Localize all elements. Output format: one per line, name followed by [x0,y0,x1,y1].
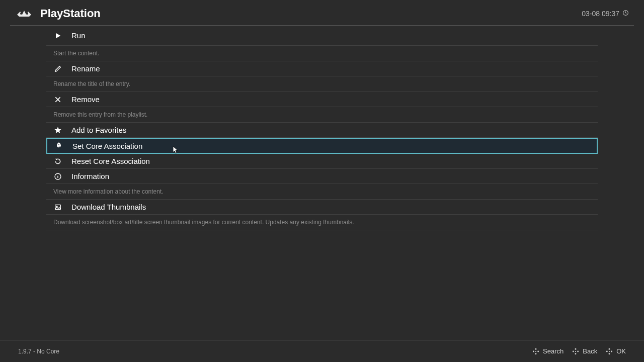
svg-point-8 [533,350,534,352]
menu-rename-desc: Rename the title of the entry. [46,76,598,92]
svg-point-17 [609,348,610,349]
datetime-text: 03-08 09:37 [582,10,619,18]
svg-point-10 [535,353,537,354]
menu-run-label: Run [71,31,86,40]
svg-point-3 [58,144,59,145]
menu-resetcore-label: Reset Core Association [71,157,150,165]
svg-point-19 [611,350,612,352]
image-icon [53,203,62,212]
footer-ok[interactable]: OK [605,347,626,355]
menu-download-thumbnails[interactable]: Download Thumbnails [46,200,598,215]
menu-remove[interactable]: Remove [46,92,598,107]
content-menu: Run Start the content. Rename Rename the… [0,26,644,230]
svg-point-18 [606,350,608,352]
page-title: PlayStation [40,7,101,20]
svg-point-15 [575,353,577,354]
menu-run-desc: Start the content. [46,46,598,61]
menu-run[interactable]: Run [46,26,598,46]
menu-info-label: Information [71,172,109,180]
footer-actions: Search Back OK [528,347,626,355]
menu-rename[interactable]: Rename [46,61,598,76]
svg-rect-5 [55,205,61,209]
menu-thumbs-desc: Download screenshot/box art/title screen… [46,215,598,230]
clock-icon [622,10,629,18]
svg-point-12 [575,348,577,349]
svg-point-1 [26,13,28,15]
menu-reset-core-association[interactable]: Reset Core Association [46,154,598,169]
retroarch-logo-icon [15,8,33,20]
undo-icon [53,157,62,166]
play-icon [53,31,62,40]
svg-point-14 [577,350,579,352]
menu-favorites-label: Add to Favorites [71,126,126,134]
footer-search-label: Search [543,347,564,355]
footer-back[interactable]: Back [572,347,597,355]
svg-point-13 [573,350,574,352]
dpad-icon [572,347,580,355]
footer-search[interactable]: Search [532,347,564,355]
menu-rename-label: Rename [71,64,100,73]
menu-setcore-label: Set Core Association [72,142,142,150]
svg-point-9 [537,350,539,352]
header-clock: 03-08 09:37 [582,10,629,18]
svg-point-0 [20,13,22,15]
svg-point-11 [535,350,536,351]
header: PlayStation 03-08 09:37 [0,0,644,25]
star-icon [53,126,62,135]
menu-information[interactable]: Information [46,169,598,184]
footer: 1.9.7 - No Core Search Back OK [0,340,644,362]
svg-point-21 [609,350,610,351]
footer-ok-label: OK [616,347,626,355]
dpad-icon [532,347,540,355]
pencil-icon [53,64,62,73]
menu-remove-desc: Remove this entry from the playlist. [46,107,598,123]
svg-point-7 [535,348,537,349]
close-icon [53,95,62,104]
menu-info-desc: View more information about the content. [46,184,598,200]
rocket-icon [54,141,63,150]
menu-thumbs-label: Download Thumbnails [71,203,146,211]
svg-point-20 [609,353,610,354]
svg-point-16 [575,350,576,351]
menu-favorites[interactable]: Add to Favorites [46,123,598,138]
footer-back-label: Back [583,347,597,355]
header-left: PlayStation [15,7,101,20]
dpad-icon [605,347,613,355]
info-icon [53,172,62,181]
menu-remove-label: Remove [71,95,100,104]
menu-set-core-association[interactable]: Set Core Association [46,138,598,154]
footer-version: 1.9.7 - No Core [18,348,59,355]
